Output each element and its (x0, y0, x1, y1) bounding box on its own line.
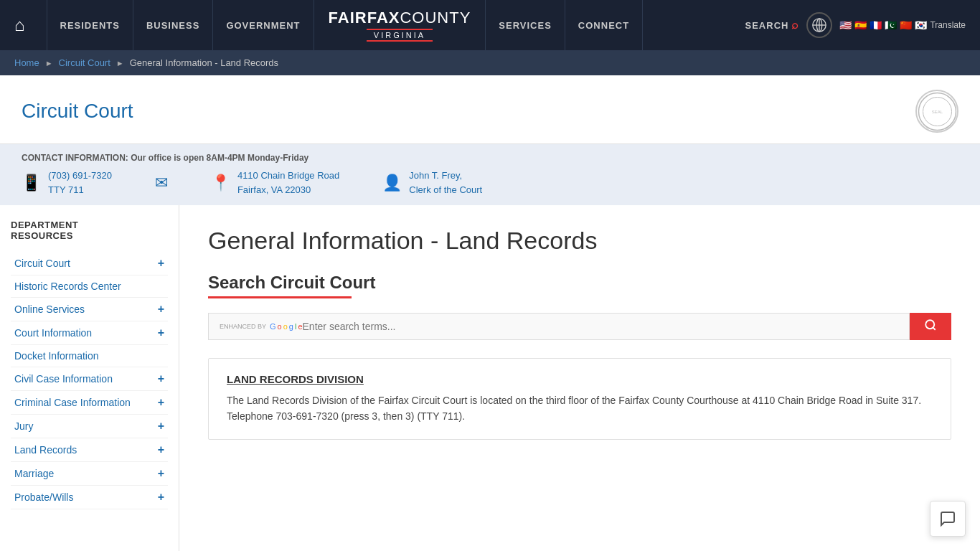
flag-us[interactable]: 🇺🇸 (839, 19, 852, 31)
plus-icon-court: + (158, 326, 164, 339)
sidebar-label-online-services: Online Services (14, 303, 85, 315)
sidebar-label-historic-records: Historic Records Center (14, 281, 121, 292)
person-icon: 👤 (382, 174, 402, 192)
plus-icon-online: + (158, 303, 164, 316)
plus-icon: + (158, 257, 164, 270)
logo-virginia: VIRGINIA (367, 29, 433, 42)
clerk-title: Clerk of the Court (409, 183, 482, 197)
search-icon: ⌕ (791, 19, 799, 32)
top-navigation: ⌂ RESIDENTS BUSINESS GOVERNMENT FAIRFAXC… (0, 0, 980, 50)
nav-links-right: SERVICES CONNECT (485, 0, 745, 50)
chat-widget[interactable] (930, 501, 966, 537)
contact-bar: CONTACT INFORMATION: Our office is open … (0, 144, 980, 205)
county-seal: SEAL (915, 90, 958, 133)
card-title: LAND RECORDS DIVISION (227, 373, 933, 385)
sidebar-item-online-services[interactable]: Online Services + (11, 298, 168, 321)
sidebar-item-land-records[interactable]: Land Records + (11, 438, 168, 462)
breadcrumb-current: General Information - Land Records (130, 57, 278, 68)
plus-icon-land: + (158, 443, 164, 456)
breadcrumb-separator-1: ► (45, 59, 53, 67)
address-line1: 4110 Chain Bridge Road (237, 169, 339, 183)
sidebar-section-title: DEPARTMENT RESOURCES (11, 220, 168, 241)
logo-fairfax: FAIRFAX (329, 9, 400, 27)
search-input[interactable] (303, 321, 898, 332)
page-title: Circuit Court (22, 100, 133, 123)
sidebar-label-criminal-case: Criminal Case Information (14, 397, 131, 408)
clerk-name: John T. Frey, (409, 169, 482, 183)
sidebar-item-criminal-case[interactable]: Criminal Case Information + (11, 391, 168, 415)
nav-services[interactable]: SERVICES (485, 0, 565, 50)
nav-business[interactable]: BUSINESS (133, 0, 213, 50)
nav-residents[interactable]: RESIDENTS (47, 0, 133, 50)
sidebar: DEPARTMENT RESOURCES Circuit Court + His… (0, 205, 179, 551)
plus-icon-criminal: + (158, 396, 164, 409)
sidebar-item-civil-case[interactable]: Civil Case Information + (11, 367, 168, 391)
plus-icon-jury: + (158, 420, 164, 433)
contact-items: 📱 (703) 691-7320 TTY 711 ✉ 📍 4110 Chain … (22, 169, 958, 197)
plus-icon-probate: + (158, 491, 164, 504)
svg-point-7 (925, 320, 934, 329)
sidebar-item-jury[interactable]: Jury + (11, 415, 168, 438)
sidebar-item-probate-wills[interactable]: Probate/Wills + (11, 486, 168, 509)
sidebar-label-circuit-court: Circuit Court (14, 258, 70, 269)
phone-text: (703) 691-7320 TTY 711 (48, 169, 112, 197)
translate-label[interactable]: Translate (930, 20, 966, 30)
contact-phone: 📱 (703) 691-7320 TTY 711 (22, 169, 112, 197)
language-flags: 🇺🇸 🇪🇸 🇫🇷 🇵🇰 🇨🇳 🇰🇷 Translate (839, 19, 966, 31)
main-layout: DEPARTMENT RESOURCES Circuit Court + His… (0, 205, 980, 551)
flag-kr[interactable]: 🇰🇷 (915, 19, 927, 31)
sidebar-item-marriage[interactable]: Marriage + (11, 462, 168, 486)
address-text: 4110 Chain Bridge Road Fairfax, VA 22030 (237, 169, 339, 197)
breadcrumb-home[interactable]: Home (14, 57, 39, 68)
breadcrumb-circuit-court[interactable]: Circuit Court (59, 57, 110, 68)
main-content: General Information - Land Records Searc… (179, 205, 980, 551)
contact-clerk: 👤 John T. Frey, Clerk of the Court (382, 169, 482, 197)
nav-right-section: SEARCH ⌕ 🇺🇸 🇪🇸 🇫🇷 🇵🇰 🇨🇳 🇰🇷 Translate (745, 12, 966, 38)
search-container: ENHANCED BY Google (208, 313, 951, 340)
phone-number[interactable]: (703) 691-7320 (48, 169, 112, 183)
globe-icon[interactable] (806, 12, 832, 38)
address-line2: Fairfax, VA 22030 (237, 183, 339, 197)
search-section: Search Circuit Court (208, 273, 951, 298)
page-header: Circuit Court SEAL (0, 75, 980, 144)
logo-county: COUNTY (400, 9, 471, 27)
sidebar-label-land-records: Land Records (14, 444, 77, 456)
card-body: The Land Records Division of the Fairfax… (227, 392, 933, 425)
breadcrumb-separator-2: ► (116, 59, 124, 67)
flag-cn[interactable]: 🇨🇳 (900, 19, 912, 31)
search-button[interactable] (910, 313, 951, 340)
sidebar-label-probate-wills: Probate/Wills (14, 491, 73, 503)
breadcrumb: Home ► Circuit Court ► General Informati… (0, 50, 980, 75)
sidebar-item-court-information[interactable]: Court Information + (11, 321, 168, 345)
sidebar-label-docket-information: Docket Information (14, 350, 99, 362)
land-records-card: LAND RECORDS DIVISION The Land Records D… (208, 358, 951, 440)
sidebar-label-civil-case: Civil Case Information (14, 373, 113, 385)
flag-fr[interactable]: 🇫🇷 (870, 19, 882, 31)
nav-links: RESIDENTS BUSINESS GOVERNMENT (47, 0, 314, 50)
flag-pk[interactable]: 🇵🇰 (885, 19, 897, 31)
sidebar-item-docket-information[interactable]: Docket Information (11, 345, 168, 367)
tty-number: TTY 711 (48, 183, 112, 197)
sidebar-label-court-information: Court Information (14, 327, 92, 339)
clerk-text: John T. Frey, Clerk of the Court (409, 169, 482, 197)
plus-icon-marriage: + (158, 467, 164, 480)
sidebar-item-circuit-court[interactable]: Circuit Court + (11, 252, 168, 276)
home-icon[interactable]: ⌂ (14, 15, 25, 35)
search-link[interactable]: SEARCH ⌕ (745, 19, 800, 32)
search-section-title: Search Circuit Court (208, 273, 951, 293)
sidebar-label-jury: Jury (14, 420, 33, 432)
contact-email[interactable]: ✉ (155, 174, 168, 192)
sidebar-item-historic-records[interactable]: Historic Records Center (11, 276, 168, 298)
svg-text:SEAL: SEAL (931, 110, 943, 114)
phone-icon: 📱 (22, 174, 41, 192)
svg-line-8 (933, 327, 935, 329)
plus-icon-civil: + (158, 372, 164, 385)
section-underline (208, 296, 352, 298)
search-input-wrapper: ENHANCED BY Google (208, 313, 910, 340)
contact-info-label: CONTACT INFORMATION: Our office is open … (22, 153, 958, 163)
content-title: General Information - Land Records (208, 227, 951, 255)
nav-connect[interactable]: CONNECT (565, 0, 643, 50)
flag-es[interactable]: 🇪🇸 (854, 19, 867, 31)
enhanced-by-label: ENHANCED BY Google (220, 322, 303, 331)
nav-government[interactable]: GOVERNMENT (213, 0, 314, 50)
